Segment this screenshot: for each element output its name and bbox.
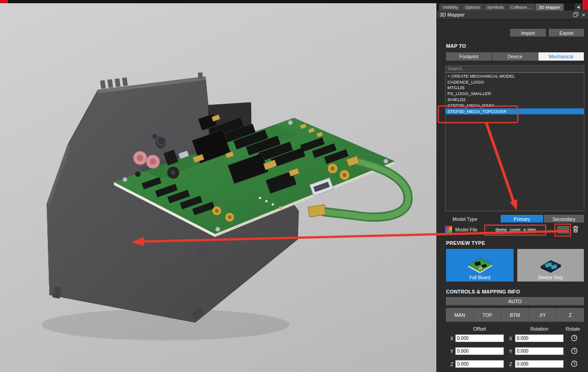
export-button[interactable]: Export — [549, 29, 584, 37]
preview-type-heading: PREVIEW TYPE — [446, 240, 485, 246]
cover-side-tab — [195, 247, 207, 255]
panel-header: 3D Mapper × — [437, 11, 588, 19]
list-item[interactable]: CADENCE_LOGO — [446, 79, 584, 85]
panel-title: 3D Mapper — [440, 12, 464, 17]
tab-3d-mapper[interactable]: 3D Mapper — [536, 4, 564, 11]
float-panel-icon[interactable] — [573, 12, 578, 18]
map-tab-mechanical[interactable]: Mechanical — [538, 52, 584, 61]
man-button[interactable]: MAN — [446, 308, 473, 322]
controls-heading: CONTROLS & MAPPING INFO — [446, 289, 520, 294]
map-to-tabs: Footprint Device Mechanical — [446, 52, 584, 61]
device-only-thumbnail — [536, 254, 565, 275]
model-file-icon — [445, 226, 452, 233]
list-item-selected[interactable]: STEP3D_MECH_TOPCOVER — [446, 108, 584, 114]
pcb-assembly-scene — [0, 3, 436, 372]
offset-x-input[interactable] — [455, 334, 504, 342]
dock-tab-bar: Visibility Options Symbols Collision ...… — [437, 3, 588, 11]
auto-button[interactable]: AUTO — [446, 297, 584, 305]
3d-viewport[interactable] — [0, 3, 436, 372]
offset-y-input[interactable] — [455, 347, 504, 355]
search-input[interactable] — [445, 65, 584, 73]
tab-visibility[interactable]: Visibility — [439, 4, 461, 11]
offset-z-label: Z — [448, 361, 453, 367]
offset-x-label: X — [448, 336, 453, 341]
top-button[interactable]: TOP — [474, 308, 501, 322]
rotate-z-icon[interactable] — [570, 360, 578, 368]
import-button[interactable]: Import — [510, 29, 546, 37]
mechanical-model-list: + CREATE MECHANICAL MODEL CADENCE_LOGO M… — [445, 73, 584, 211]
z-button[interactable]: Z — [557, 308, 584, 322]
window-titlebar — [0, 0, 588, 3]
rotation-y-label: Y — [507, 349, 512, 354]
tab-symbols[interactable]: Symbols — [484, 4, 507, 11]
list-item[interactable]: MTG125 — [446, 85, 584, 91]
btm-button[interactable]: BTM — [501, 308, 528, 322]
preview-full-board-tile[interactable]: Full Board — [446, 249, 514, 282]
offset-column-header: Offset — [455, 326, 504, 332]
rotate-column-header: Rotate — [562, 326, 584, 332]
preview-device-only-label: Device Only — [538, 275, 563, 280]
3d-mapper-panel: Visibility Options Symbols Collision ...… — [436, 3, 588, 372]
collapse-panel-icon[interactable]: ◀ — [575, 4, 582, 11]
close-panel-icon[interactable]: × — [582, 12, 585, 17]
mode-button-row: MAN TOP BTM XY Z — [446, 308, 584, 322]
tab-options[interactable]: Options — [462, 4, 483, 11]
panel-body: Import Export MAP TO Footprint Device Me… — [437, 19, 588, 372]
tab-collision[interactable]: Collision ... — [507, 4, 535, 11]
model-type-primary-button[interactable]: Primary — [501, 215, 543, 223]
model-type-label: Model Type — [452, 216, 477, 222]
list-item[interactable]: PS_LOGO_SMALLER — [446, 90, 584, 96]
model-file-label: Model File — [455, 227, 477, 232]
model-type-secondary-button[interactable]: Secondary — [544, 215, 584, 223]
list-item-create[interactable]: + CREATE MECHANICAL MODEL — [446, 73, 584, 79]
rotation-z-label: Z — [507, 361, 512, 367]
rotation-x-label: X — [507, 336, 512, 341]
rotate-y-icon[interactable] — [570, 347, 578, 355]
offset-z-input[interactable] — [455, 360, 504, 368]
flex-connector — [308, 205, 326, 217]
model-file-value[interactable]: demo_cover_a.step — [486, 225, 545, 234]
map-to-heading: MAP TO — [446, 43, 466, 49]
rotation-y-input[interactable] — [515, 347, 564, 355]
preview-device-only-tile[interactable]: Device Only — [517, 249, 584, 282]
rotation-z-input[interactable] — [515, 360, 564, 368]
rotation-column-header: Rotation — [515, 326, 564, 332]
titlebar-accent-icon — [0, 0, 8, 3]
full-board-thumbnail — [465, 254, 495, 275]
preview-full-board-label: Full Board — [469, 275, 491, 280]
map-tab-device[interactable]: Device — [492, 52, 537, 61]
window-close-accent[interactable] — [582, 0, 588, 10]
list-item[interactable]: STEP3D_MECH_DIMM — [446, 102, 584, 108]
browse-button[interactable]: ... — [557, 226, 569, 234]
list-item[interactable]: SHIELD2 — [446, 96, 584, 102]
rotate-x-icon[interactable] — [570, 334, 578, 342]
delete-model-icon[interactable] — [572, 225, 581, 234]
rotation-x-input[interactable] — [515, 334, 564, 342]
offset-y-label: Y — [448, 349, 453, 354]
map-tab-footprint[interactable]: Footprint — [446, 52, 492, 61]
xy-button[interactable]: XY — [529, 308, 556, 322]
